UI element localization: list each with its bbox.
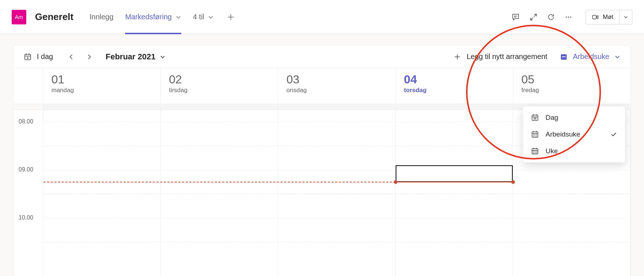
tab-label: 4 til bbox=[193, 13, 204, 21]
more-button[interactable] bbox=[565, 13, 573, 21]
next-button[interactable] bbox=[84, 51, 94, 62]
allday-cell[interactable] bbox=[278, 104, 396, 110]
chevron-down-icon bbox=[208, 14, 214, 20]
allday-cell[interactable] bbox=[161, 104, 278, 110]
day-header[interactable]: 02tirsdag bbox=[161, 68, 278, 104]
meet-dropdown-button[interactable] bbox=[620, 10, 632, 24]
day-header[interactable]: 01mandag bbox=[43, 68, 161, 104]
today-label: I dag bbox=[37, 52, 53, 61]
calendar-icon bbox=[560, 53, 568, 61]
day-headers: 01mandag 02tirsdag 03onsdag 04torsdag 05… bbox=[13, 68, 631, 104]
chevron-right-icon bbox=[86, 54, 92, 60]
svg-point-2 bbox=[570, 16, 571, 17]
day-name: mandag bbox=[51, 87, 152, 94]
plus-icon bbox=[227, 13, 235, 21]
now-indicator-solid bbox=[396, 182, 513, 182]
svg-rect-9 bbox=[532, 149, 538, 154]
now-indicator-dot bbox=[511, 180, 515, 184]
option-label: Dag bbox=[546, 114, 558, 122]
time-gutter: 08.00 09.00 10.00 bbox=[13, 110, 43, 276]
calendar-area: I dag Februar 2021 Legg til nytt arrange… bbox=[0, 34, 644, 276]
day-column[interactable] bbox=[161, 110, 278, 276]
day-number: 01 bbox=[51, 73, 152, 86]
option-label: Uke bbox=[546, 147, 558, 155]
day-column-today[interactable] bbox=[396, 110, 513, 276]
chevron-down-icon bbox=[623, 15, 628, 20]
chevron-left-icon bbox=[68, 54, 75, 60]
month-picker[interactable]: Februar 2021 bbox=[105, 52, 166, 62]
view-option-day[interactable]: Dag bbox=[523, 109, 625, 126]
chat-icon bbox=[511, 13, 520, 21]
add-tab-button[interactable] bbox=[224, 10, 238, 24]
header-actions: Møt bbox=[511, 10, 632, 24]
conversation-button[interactable] bbox=[511, 13, 520, 21]
tab-label: Markedsføring bbox=[125, 13, 172, 21]
day-number: 05 bbox=[521, 73, 622, 86]
prev-button[interactable] bbox=[66, 51, 77, 62]
app-header: Am Generelt Innlegg Markedsføring 4 til bbox=[0, 0, 644, 34]
day-header[interactable]: 05fredag bbox=[513, 68, 631, 104]
chevron-down-icon bbox=[160, 54, 166, 60]
refresh-icon bbox=[547, 13, 555, 21]
plus-icon bbox=[454, 53, 461, 60]
now-indicator-dot bbox=[394, 180, 397, 184]
check-icon bbox=[610, 131, 617, 138]
channel-name: Generelt bbox=[35, 11, 74, 23]
svg-rect-3 bbox=[593, 15, 596, 19]
day-number: 04 bbox=[404, 73, 505, 86]
option-label: Arbeidsuke bbox=[546, 130, 580, 138]
meet-button-group: Møt bbox=[586, 10, 632, 24]
view-option-week[interactable]: Uke bbox=[523, 143, 625, 159]
allday-cell[interactable] bbox=[396, 104, 513, 110]
view-label: Arbeidsuke bbox=[573, 52, 609, 61]
day-column[interactable] bbox=[278, 110, 396, 276]
calendar-workweek-icon bbox=[531, 130, 539, 138]
meet-label: Møt bbox=[603, 13, 613, 21]
calendar-toolbar: I dag Februar 2021 Legg til nytt arrange… bbox=[13, 45, 631, 68]
selected-time-slot[interactable] bbox=[396, 165, 513, 182]
view-option-workweek[interactable]: Arbeidsuke bbox=[523, 126, 625, 143]
time-label: 10.00 bbox=[19, 214, 33, 221]
tab-strip: Innlegg Markedsføring 4 til bbox=[84, 0, 238, 34]
day-name: fredag bbox=[521, 87, 622, 94]
refresh-button[interactable] bbox=[547, 13, 555, 21]
allday-gutter bbox=[13, 104, 43, 110]
team-avatar[interactable]: Am bbox=[12, 10, 26, 24]
time-gutter-header bbox=[13, 68, 43, 104]
time-label: 08.00 bbox=[19, 118, 33, 125]
tab-more[interactable]: 4 til bbox=[187, 0, 220, 34]
day-header[interactable]: 03onsdag bbox=[278, 68, 396, 104]
svg-point-0 bbox=[566, 16, 567, 17]
tab-posts[interactable]: Innlegg bbox=[84, 0, 120, 34]
calendar-today-icon bbox=[24, 53, 32, 61]
view-dropdown-menu: Dag Arbeidsuke Uke bbox=[523, 106, 625, 162]
day-header-today[interactable]: 04torsdag bbox=[396, 68, 513, 104]
view-switcher[interactable]: Arbeidsuke bbox=[560, 52, 620, 61]
expand-icon bbox=[529, 13, 538, 21]
day-name: onsdag bbox=[286, 87, 387, 94]
day-number: 03 bbox=[286, 73, 387, 86]
month-label: Februar 2021 bbox=[105, 52, 155, 62]
day-column[interactable] bbox=[43, 110, 161, 276]
svg-point-1 bbox=[568, 16, 569, 17]
calendar-week-icon bbox=[531, 147, 539, 155]
day-name: torsdag bbox=[404, 87, 505, 94]
chevron-down-icon bbox=[175, 14, 181, 20]
nav-arrows bbox=[66, 51, 94, 62]
tab-marketing[interactable]: Markedsføring bbox=[119, 0, 187, 34]
time-label: 09.00 bbox=[19, 166, 33, 173]
meet-button[interactable]: Møt bbox=[586, 10, 620, 24]
allday-cell[interactable] bbox=[43, 104, 161, 110]
day-name: tirsdag bbox=[169, 87, 270, 94]
calendar-day-icon bbox=[531, 114, 539, 122]
ellipsis-icon bbox=[565, 13, 573, 21]
tab-label: Innlegg bbox=[90, 13, 114, 21]
add-event-label: Legg til nytt arrangement bbox=[467, 52, 547, 61]
expand-button[interactable] bbox=[529, 13, 538, 21]
add-event-button[interactable]: Legg til nytt arrangement bbox=[454, 52, 547, 61]
svg-rect-6 bbox=[562, 56, 566, 57]
day-number: 02 bbox=[169, 73, 270, 86]
chevron-down-icon bbox=[614, 54, 620, 60]
today-button[interactable]: I dag bbox=[24, 52, 53, 61]
video-icon bbox=[592, 13, 599, 21]
